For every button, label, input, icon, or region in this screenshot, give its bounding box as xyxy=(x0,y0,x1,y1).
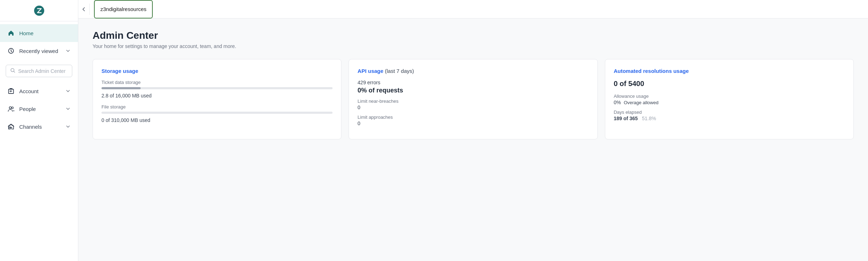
sidebar-logo xyxy=(0,0,78,21)
api-usage-card: API usage (last 7 days) 429 errors 0% of… xyxy=(349,59,597,139)
ar-usage-title: Automated resolutions usage xyxy=(614,68,845,74)
api-usage-title: API usage (last 7 days) xyxy=(357,68,589,74)
ar-days-pct: 51.8% xyxy=(642,116,656,121)
search-input[interactable] xyxy=(18,68,68,74)
api-errors-pct: 0% of requests xyxy=(357,87,589,94)
sidebar-nav: Home Recently viewed xyxy=(0,21,78,261)
search-icon xyxy=(10,68,15,74)
ticket-data-storage-label: Ticket data storage xyxy=(101,80,333,85)
sidebar: Home Recently viewed xyxy=(0,0,78,261)
chevron-down-icon-people xyxy=(65,106,71,112)
workspace-tab-label: z3ndigitalresources xyxy=(100,6,146,12)
storage-usage-title: Storage usage xyxy=(101,68,333,74)
zendesk-logo-icon xyxy=(32,4,46,17)
svg-point-6 xyxy=(12,107,14,109)
ticket-storage-progress xyxy=(101,87,333,89)
sidebar-item-home[interactable]: Home xyxy=(0,24,78,42)
sidebar-item-people[interactable]: People xyxy=(0,100,78,118)
home-icon xyxy=(7,29,15,37)
svg-rect-3 xyxy=(10,91,11,92)
ar-main-value: 0 of 5400 xyxy=(614,80,845,88)
api-errors-count: 429 errors xyxy=(357,80,589,85)
sidebar-item-recently-viewed[interactable]: Recently viewed xyxy=(0,42,78,60)
svg-point-5 xyxy=(9,107,11,109)
ar-days-row: Days elapsed 189 of 365 51.8% xyxy=(614,110,845,121)
api-near-breaches-row: Limit near-breaches 0 xyxy=(357,98,589,110)
clock-icon xyxy=(7,47,15,55)
svg-rect-4 xyxy=(11,91,12,91)
ar-days-value: 189 of 365 xyxy=(614,116,638,121)
ar-days-label: Days elapsed xyxy=(614,110,845,115)
collapse-sidebar-button[interactable] xyxy=(78,4,90,15)
ar-days-values: 189 of 365 51.8% xyxy=(614,116,845,121)
storage-usage-card: Storage usage Ticket data storage 2.8 of… xyxy=(93,59,341,139)
sidebar-item-account[interactable]: Account xyxy=(0,82,78,100)
main-content: Admin Center Your home for settings to m… xyxy=(78,18,868,261)
api-approaches-label: Limit approaches xyxy=(357,114,589,120)
chevron-down-icon-channels xyxy=(65,124,71,129)
sidebar-recently-viewed-label: Recently viewed xyxy=(19,48,61,54)
search-box[interactable] xyxy=(6,65,72,77)
sidebar-people-label: People xyxy=(19,106,61,112)
file-storage-row: File storage 0 of 310,000 MB used xyxy=(101,104,333,123)
ar-allowance-values: 0% Overage allowed xyxy=(614,100,845,105)
main-area: z3ndigitalresources Admin Center Your ho… xyxy=(78,0,868,261)
ticket-storage-fill xyxy=(101,87,141,89)
ar-usage-card: Automated resolutions usage 0 of 5400 Al… xyxy=(605,59,854,139)
ar-allowance-row: Allowance usage 0% Overage allowed xyxy=(614,94,845,105)
file-storage-label: File storage xyxy=(101,104,333,110)
chevron-down-icon xyxy=(65,48,71,54)
ticket-storage-row: Ticket data storage 2.8 of 16,000 MB use… xyxy=(101,80,333,98)
page-subtitle: Your home for settings to manage your ac… xyxy=(93,43,854,49)
cards-grid: Storage usage Ticket data storage 2.8 of… xyxy=(93,59,854,139)
building-icon xyxy=(7,87,15,95)
sidebar-channels-label: Channels xyxy=(19,124,61,130)
ar-allowance-pct: 0% xyxy=(614,100,621,105)
api-near-breaches-value: 0 xyxy=(357,105,589,110)
topbar: z3ndigitalresources xyxy=(78,0,868,18)
api-approaches-value: 0 xyxy=(357,121,589,126)
workspace-tab[interactable]: z3ndigitalresources xyxy=(94,0,153,18)
people-icon xyxy=(7,105,15,113)
search-container xyxy=(0,61,78,81)
channels-icon xyxy=(7,123,15,130)
ar-allowance-label: Allowance usage xyxy=(614,94,845,99)
api-approaches-row: Limit approaches 0 xyxy=(357,114,589,126)
sidebar-home-label: Home xyxy=(19,30,71,36)
chevron-down-icon-account xyxy=(65,88,71,94)
sidebar-item-channels[interactable]: Channels xyxy=(0,118,78,135)
api-near-breaches-label: Limit near-breaches xyxy=(357,98,589,104)
sidebar-account-label: Account xyxy=(19,88,61,94)
page-title: Admin Center xyxy=(93,30,854,41)
file-storage-progress xyxy=(101,112,333,114)
ticket-storage-value: 2.8 of 16,000 MB used xyxy=(101,93,333,98)
file-storage-value: 0 of 310,000 MB used xyxy=(101,117,333,123)
api-errors-row: 429 errors 0% of requests xyxy=(357,80,589,94)
ar-overage-label: Overage allowed xyxy=(624,100,659,105)
